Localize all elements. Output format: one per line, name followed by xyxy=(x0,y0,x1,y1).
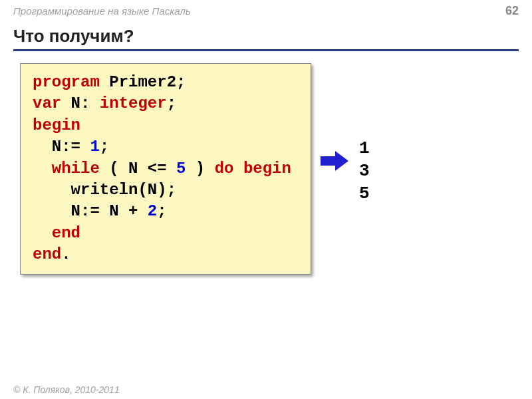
literal-5: 5 xyxy=(176,160,186,178)
literal-2: 2 xyxy=(148,202,157,220)
arrow-wrap xyxy=(311,151,355,171)
output-line: 3 xyxy=(359,160,370,183)
arrow-right-icon xyxy=(321,151,348,171)
code-line: end. xyxy=(33,244,299,265)
keyword-var: var xyxy=(33,94,61,112)
keyword-end: end xyxy=(33,245,61,263)
keyword-integer: integer xyxy=(100,94,167,112)
slide-header: Программирование на языке Паскаль 62 xyxy=(0,0,532,21)
keyword-do-begin: do begin xyxy=(215,160,291,178)
keyword-while: while xyxy=(52,160,100,178)
code-line: N:= N + 2; xyxy=(33,201,299,222)
code-line: writeln(N); xyxy=(33,180,299,201)
code-line: while ( N <= 5 ) do begin xyxy=(33,158,299,180)
code-line: end xyxy=(33,223,299,244)
code-block: program Primer2; var N: integer; begin N… xyxy=(20,63,311,275)
slide-footer: © К. Поляков, 2010-2011 xyxy=(13,384,120,395)
keyword-begin: begin xyxy=(33,116,80,134)
page-number: 62 xyxy=(505,4,519,18)
output-line: 1 xyxy=(359,138,370,160)
content-area: program Primer2; var N: integer; begin N… xyxy=(0,51,532,275)
output-block: 1 3 5 xyxy=(359,138,370,205)
code-line: var N: integer; xyxy=(33,93,299,114)
topic-text: Программирование на языке Паскаль xyxy=(13,5,191,17)
code-line: N:= 1; xyxy=(33,136,299,158)
code-line: begin xyxy=(33,115,299,136)
keyword-end: end xyxy=(52,224,80,242)
title-area: Что получим? xyxy=(0,21,532,51)
output-line: 5 xyxy=(359,183,370,205)
literal-1: 1 xyxy=(90,138,99,156)
code-line: program Primer2; xyxy=(33,72,299,93)
slide-title: Что получим? xyxy=(13,26,519,51)
keyword-program: program xyxy=(33,73,100,91)
